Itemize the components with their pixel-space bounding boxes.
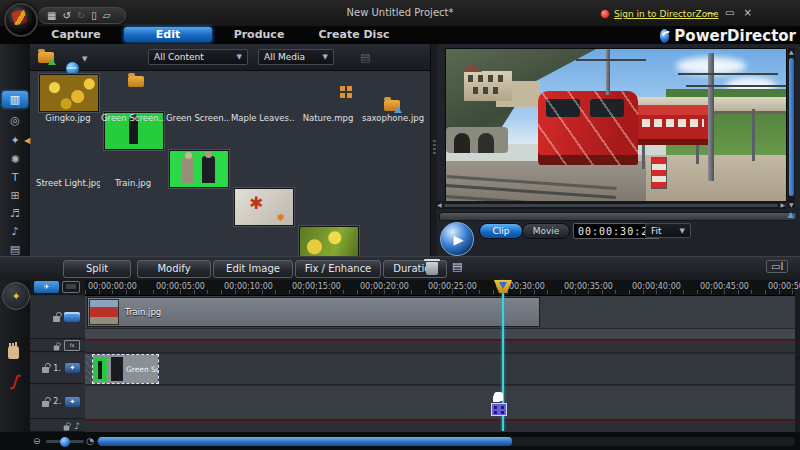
scroll-up-icon[interactable]: ▲ [789,49,794,55]
import-media-icon[interactable] [384,100,400,111]
powerdirector-window: New Untitled Project* Sign in to Directo… [0,0,800,450]
timeline-clip-train[interactable]: Train.jpg [87,297,540,327]
video-track-header[interactable] [30,296,85,339]
effect-track[interactable] [85,341,795,352]
zoom-fit-dropdown[interactable]: Fit▼ [645,223,691,238]
preview-seek-slider[interactable]: ▲ [439,212,797,221]
audio-track-header[interactable]: ♪ [30,420,85,432]
media-filter-dropdown[interactable]: All Media▼ [258,49,334,65]
timeline-hscrollbar[interactable] [98,437,795,446]
thumbnail-art: ✱ [277,212,285,223]
timeline-clip-green-screen[interactable]: Green Screen [93,355,158,383]
timeline-zoom-slider[interactable] [46,440,84,443]
media-thumbnail-maple-leaves[interactable]: ✱✱ [234,188,294,226]
scroll-thumb[interactable] [789,58,794,196]
media-thumbnail-green-screen-2[interactable] [169,150,229,188]
timeline-ruler[interactable]: 00:00:00:00 00:00:05:00 00:00:10:00 00:0… [85,280,795,296]
chevron-down-icon: ▼ [323,53,328,61]
ruler-time-icon[interactable]: ◔ [86,437,94,446]
preview-video[interactable] [445,48,787,202]
library-menu-icon[interactable]: ▤ [360,51,370,64]
timeline-view-toggle[interactable]: ▭I [766,260,788,273]
import-folder-icon[interactable] [38,52,54,63]
zoom-out-icon[interactable]: ⊖ [33,437,41,446]
timeline-sidebar: ✦ ∫ [0,280,30,432]
play-button[interactable]: ▶ [440,222,474,256]
video-track[interactable]: Train.jpg [85,296,795,339]
unlock-icon[interactable] [53,316,60,322]
sidebar-item-effect-room[interactable]: ◎ [2,112,28,129]
zoom-slider-knob[interactable] [60,437,70,447]
open-project-icon[interactable]: ▱ [103,11,111,21]
drag-mode-hand-icon[interactable] [8,346,19,359]
pip-track-2[interactable] [85,386,795,419]
unlock-icon[interactable] [42,367,49,373]
scroll-thumb[interactable] [98,437,512,446]
scroll-left-icon[interactable]: ◀ [437,202,442,208]
tab-edit[interactable]: Edit [124,27,212,42]
redo-icon[interactable]: ↻ [77,11,85,21]
edit-image-button[interactable]: Edit Image [213,260,293,278]
scroll-down-icon[interactable]: ▼ [789,202,794,208]
magic-tools-icon[interactable]: ✦ [2,282,30,310]
restore-button[interactable]: ▭ [725,7,734,18]
library-view-icon[interactable] [340,86,353,99]
unlock-icon[interactable] [64,425,70,430]
unlock-icon[interactable] [42,401,49,407]
pip-track-1[interactable]: Green Screen [85,354,795,384]
drag-hand-icon [494,392,503,401]
timeline-panel: ✦ ∫ ✈ fx 1. ✦ [0,280,800,432]
undo-icon[interactable]: ↺ [62,11,70,21]
download-caret-icon[interactable]: ▼ [82,55,87,63]
clip-mode-button[interactable]: Clip [479,223,523,239]
tab-create-disc[interactable]: Create Disc [306,27,402,42]
sidebar-item-title-room[interactable]: T [2,169,28,186]
sidebar-item-transition-room[interactable]: ⊞ [2,187,28,204]
video-locomotive [538,91,638,165]
preview-track-button[interactable] [62,281,80,293]
effect-track-icon: fx [64,340,80,351]
drag-drop-clip-icon [489,394,509,416]
brand-logo: PowerDirector [660,27,796,44]
movie-mode-button[interactable]: Movie [522,223,570,239]
effect-track-header[interactable]: fx [30,340,85,352]
seek-position-icon[interactable]: ▲ [788,210,794,219]
save-icon[interactable]: ▦ [47,11,56,21]
new-project-icon[interactable]: ▯ [91,11,97,21]
magic-style-icon[interactable]: ∫ [10,372,19,390]
pip-track-2-header[interactable]: 2. ✦ [30,385,85,419]
preview-hscrollbar[interactable]: ◀ ▶ [437,201,785,209]
close-button[interactable]: × [743,7,751,18]
scroll-track[interactable] [444,204,779,207]
rooms-sidebar: ▥ ◎ ✦ ✺ T ⊞ ♬ ♪ ▤ ≡ [0,44,31,256]
pip-track-1-header[interactable]: 1. ✦ [30,353,85,384]
panel-collapse-icon[interactable]: ◀ [24,136,30,145]
video-catenary-beam [686,85,786,87]
tab-capture[interactable]: Capture [30,27,122,42]
sidebar-item-audio-mixing-room[interactable]: ♬ [2,205,28,222]
content-filter-dropdown[interactable]: All Content▼ [148,49,248,65]
app-logo[interactable] [4,3,38,37]
ruler-ticks [85,290,795,294]
unlock-icon[interactable] [54,345,60,350]
split-button[interactable]: Split [63,260,131,278]
delete-icon[interactable] [426,262,438,275]
modify-button[interactable]: Modify [137,260,211,278]
video-track-audio-lane[interactable] [85,328,795,339]
sidebar-item-particle-room[interactable]: ✺ [2,151,28,168]
sidebar-item-media-room[interactable]: ▥ [2,91,28,108]
content-folder-icon[interactable] [128,76,144,87]
scroll-right-icon[interactable]: ▶ [780,202,785,208]
sidebar-item-voice-over-room[interactable]: ♪ [2,223,28,240]
audio-track[interactable] [85,421,795,432]
tab-produce[interactable]: Produce [214,27,304,42]
media-thumbnail-gingko[interactable] [39,74,99,112]
fix-enhance-button[interactable]: Fix / Enhance [295,260,381,278]
signin-link[interactable]: Sign in to DirectorZone [614,9,719,19]
media-label: Street Light.jpg [36,178,100,188]
insert-to-timeline-icon[interactable]: ▤ [452,260,462,273]
preview-vscrollbar[interactable]: ▲ ▼ [788,48,795,208]
track-manager-button[interactable]: ✈ [34,281,59,293]
clip-label: Green Screen [126,365,158,374]
minimize-button[interactable]: — [706,7,716,18]
